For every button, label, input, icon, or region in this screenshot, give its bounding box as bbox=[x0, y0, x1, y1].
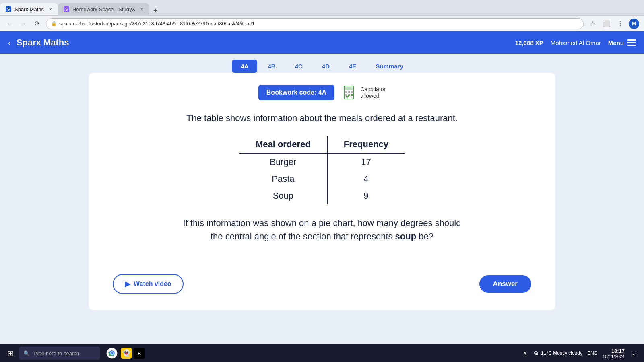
taskbar-search-icon: 🔍 bbox=[23, 350, 30, 356]
lock-icon: 🔒 bbox=[51, 21, 57, 26]
main-content: Bookwork code: 4A Calculator allowed bbox=[0, 73, 644, 310]
browser-chrome: S Sparx Maths ✕ S Homework Space - Study… bbox=[0, 0, 644, 31]
address-bar[interactable]: 🔒 sparxmaths.uk/student/package/287e21b8… bbox=[46, 18, 584, 29]
extension-button[interactable]: ⬜ bbox=[601, 19, 612, 29]
weather-text: 11°C Mostly cloudy bbox=[541, 350, 582, 356]
svg-rect-4 bbox=[351, 91, 353, 93]
arrow-up-icon[interactable]: ∧ bbox=[521, 349, 529, 357]
nav-icons-right: ☆ ⬜ ⋮ M bbox=[588, 19, 639, 29]
tab-4a[interactable]: 4A bbox=[232, 60, 257, 73]
table-header-meal: Meal ordered bbox=[239, 136, 327, 153]
watch-video-button[interactable]: ▶ Watch video bbox=[113, 274, 184, 294]
bookmark-button[interactable]: ☆ bbox=[588, 19, 598, 29]
tab-studyx-label: Homework Space - StudyX bbox=[72, 6, 135, 12]
card-footer: ▶ Watch video Answer bbox=[113, 266, 531, 294]
header-left: ‹ Sparx Maths bbox=[8, 37, 69, 48]
clock-date: 10/11/2024 bbox=[603, 354, 625, 359]
taskbar-notifications: ∧ bbox=[521, 349, 529, 357]
back-button[interactable]: ← bbox=[5, 19, 14, 29]
url-text: sparxmaths.uk/student/package/287e21b8-f… bbox=[59, 21, 255, 27]
svg-rect-1 bbox=[345, 87, 353, 90]
tab-4c[interactable]: 4C bbox=[286, 60, 312, 73]
svg-rect-2 bbox=[345, 91, 347, 93]
weather-widget: 🌤 11°C Mostly cloudy bbox=[534, 350, 582, 356]
taskbar-right: ∧ 🌤 11°C Mostly cloudy ENG 18:17 10/11/2… bbox=[521, 348, 641, 359]
start-button[interactable]: ⊞ bbox=[3, 346, 18, 360]
notifications-icon[interactable]: 🗨 bbox=[630, 349, 638, 357]
taskbar-roblox-app[interactable]: R bbox=[134, 348, 145, 359]
watch-video-label: Watch video bbox=[134, 280, 171, 288]
tab-4b[interactable]: 4B bbox=[259, 60, 284, 73]
freq-burger: 17 bbox=[327, 153, 405, 171]
menu-button[interactable]: Menu bbox=[608, 39, 636, 46]
meal-table: Meal ordered Frequency Burger 17 Pasta 4… bbox=[239, 136, 405, 204]
new-tab-button[interactable]: + bbox=[149, 7, 162, 15]
menu-label: Menu bbox=[608, 39, 624, 46]
tab-studyx[interactable]: S Homework Space - StudyX ✕ bbox=[58, 3, 149, 15]
sparx-logo: Sparx Maths bbox=[17, 37, 69, 48]
forward-button[interactable]: → bbox=[19, 19, 28, 29]
sparx-favicon: S bbox=[6, 6, 11, 12]
taskbar-apps: 👻 R bbox=[105, 346, 145, 360]
calculator-icon bbox=[343, 85, 357, 100]
svg-rect-5 bbox=[345, 94, 347, 96]
app-header: ‹ Sparx Maths 12,688 XP Mohamed Al Omar … bbox=[0, 31, 644, 54]
table-row: Soup 9 bbox=[239, 187, 405, 204]
tab-summary[interactable]: Summary bbox=[367, 60, 412, 73]
weather-icon: 🌤 bbox=[534, 350, 539, 356]
calculator-sub: allowed bbox=[360, 93, 386, 99]
second-question-text: If this information was shown on a pie c… bbox=[183, 218, 461, 241]
taskbar-clock: 18:17 10/11/2024 bbox=[603, 348, 625, 359]
bookwork-badge: Bookwork code: 4A bbox=[258, 85, 334, 100]
table-row: Pasta 4 bbox=[239, 171, 405, 187]
user-name: Mohamed Al Omar bbox=[551, 39, 601, 46]
freq-soup: 9 bbox=[327, 187, 405, 204]
studyx-favicon: S bbox=[64, 6, 69, 12]
second-question: If this information was shown on a pie c… bbox=[113, 216, 531, 243]
svg-point-11 bbox=[111, 352, 114, 355]
svg-rect-3 bbox=[348, 91, 350, 93]
clock-time: 18:17 bbox=[603, 348, 625, 354]
tab-sparx[interactable]: S Sparx Maths ✕ bbox=[0, 3, 58, 15]
freq-pasta: 4 bbox=[327, 171, 405, 187]
browser-menu-button[interactable]: ⋮ bbox=[615, 19, 625, 29]
meal-soup: Soup bbox=[239, 187, 327, 204]
video-icon: ▶ bbox=[125, 280, 130, 288]
back-nav-button[interactable]: ‹ bbox=[8, 38, 11, 47]
chrome-icon bbox=[106, 348, 118, 359]
table-header-frequency: Frequency bbox=[327, 136, 405, 153]
taskbar-snapchat-app[interactable]: 👻 bbox=[121, 348, 132, 359]
header-right: 12,688 XP Mohamed Al Omar Menu bbox=[515, 39, 636, 46]
xp-display: 12,688 XP bbox=[515, 39, 543, 46]
tab-studyx-close[interactable]: ✕ bbox=[140, 7, 144, 12]
calculator-text: Calculator allowed bbox=[360, 86, 386, 99]
question-text: The table shows information about the me… bbox=[113, 112, 531, 125]
svg-rect-7 bbox=[351, 94, 353, 96]
table-row: Burger 17 bbox=[239, 153, 405, 171]
tab-bar: S Sparx Maths ✕ S Homework Space - Study… bbox=[0, 0, 644, 15]
bookwork-area: Bookwork code: 4A Calculator allowed bbox=[113, 85, 531, 100]
taskbar-chrome-app[interactable] bbox=[105, 346, 119, 360]
tab-sparx-label: Sparx Maths bbox=[14, 6, 44, 12]
profile-button[interactable]: M bbox=[629, 19, 639, 29]
tab-sparx-close[interactable]: ✕ bbox=[49, 7, 52, 12]
meal-pasta: Pasta bbox=[239, 171, 327, 187]
content-card: Bookwork code: 4A Calculator allowed bbox=[89, 73, 555, 310]
meal-burger: Burger bbox=[239, 153, 327, 171]
nav-bar: ← → ⟳ 🔒 sparxmaths.uk/student/package/28… bbox=[0, 15, 644, 31]
hamburger-icon bbox=[627, 39, 636, 46]
taskbar: ⊞ 🔍 👻 R ∧ 🌤 11°C Mostly cloudy E bbox=[0, 344, 644, 362]
taskbar-search-bar[interactable]: 🔍 bbox=[19, 347, 100, 360]
tab-4d[interactable]: 4D bbox=[313, 60, 339, 73]
highlighted-word: soup bbox=[395, 231, 417, 241]
calculator-allowed: Calculator allowed bbox=[343, 85, 386, 100]
calculator-label: Calculator bbox=[360, 86, 386, 93]
taskbar-search-input[interactable] bbox=[33, 350, 96, 356]
task-tabs: 4A 4B 4C 4D 4E Summary bbox=[0, 54, 644, 73]
reload-button[interactable]: ⟳ bbox=[32, 19, 42, 29]
tab-4e[interactable]: 4E bbox=[340, 60, 365, 73]
answer-button[interactable]: Answer bbox=[479, 275, 531, 293]
language-badge: ENG bbox=[587, 350, 598, 356]
